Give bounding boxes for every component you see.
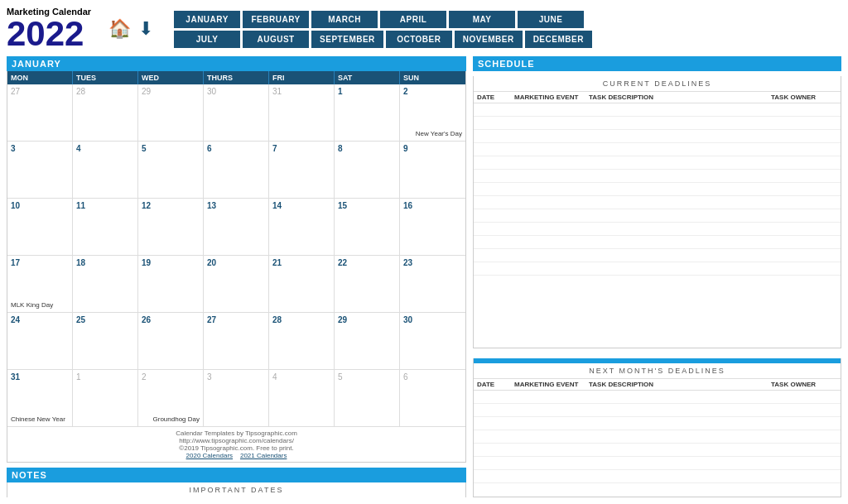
tab-november[interactable]: NOVEMBER bbox=[455, 31, 523, 48]
schedule-row bbox=[474, 483, 841, 497]
day-number: 4 bbox=[272, 372, 277, 382]
current-deadlines-subheader: CURRENT DEADLINES bbox=[474, 76, 841, 92]
header-left: Marketing Calendar 2022 bbox=[7, 7, 91, 51]
col-owner: TASK OWNER bbox=[771, 94, 837, 101]
schedule-header: SCHEDULE bbox=[473, 56, 841, 71]
day-number: 19 bbox=[142, 258, 151, 267]
day-number: 27 bbox=[11, 87, 20, 96]
tab-january[interactable]: JANUARY bbox=[174, 11, 240, 28]
schedule-row bbox=[474, 430, 841, 444]
schedule-row bbox=[474, 444, 841, 457]
header-icons: 🏠 ⬇ bbox=[108, 17, 157, 41]
schedule-row bbox=[474, 223, 841, 236]
day-number: 16 bbox=[403, 201, 412, 210]
tab-august[interactable]: AUGUST bbox=[243, 31, 309, 48]
day-number: 8 bbox=[338, 144, 343, 153]
calendar-footer: Calendar Templates by Tipsographic.com h… bbox=[7, 426, 465, 462]
cal-cell: 5 bbox=[138, 142, 204, 198]
cal-cell: 5 bbox=[335, 370, 400, 426]
cal-cell: 7 bbox=[269, 142, 335, 198]
cal-cell: 22 bbox=[335, 256, 400, 312]
day-number: 10 bbox=[11, 201, 20, 210]
calendar-week-6: 31Chinese New Year12Groundhog Day3456 bbox=[7, 370, 465, 426]
day-number: 7 bbox=[272, 144, 277, 153]
down-arrow-icon: ⬇ bbox=[138, 18, 153, 40]
cal-cell: 28 bbox=[269, 313, 335, 369]
next-col-event: MARKETING EVENT bbox=[514, 381, 589, 388]
cal-cell: 21 bbox=[269, 256, 335, 312]
tab-april[interactable]: APRIL bbox=[380, 11, 446, 28]
cal-cell: 2New Year's Day bbox=[400, 84, 465, 141]
day-number: 29 bbox=[338, 315, 347, 324]
cal-cell: 8 bbox=[335, 142, 400, 198]
next-deadlines-subheader: NEXT MONTH'S DEADLINES bbox=[474, 363, 841, 379]
tab-march[interactable]: MARCH bbox=[311, 11, 378, 28]
right-panel: SCHEDULE CURRENT DEADLINES DATE MARKETIN… bbox=[473, 56, 841, 497]
day-number: 27 bbox=[207, 315, 216, 324]
schedule-row bbox=[474, 236, 841, 249]
tab-june[interactable]: JUNE bbox=[518, 11, 584, 28]
schedule-row bbox=[474, 470, 841, 483]
day-number: 15 bbox=[338, 201, 347, 210]
cal-cell: 31 bbox=[269, 84, 335, 141]
tab-february[interactable]: FEBRUARY bbox=[243, 11, 309, 28]
cal-cell: 4 bbox=[269, 370, 335, 426]
next-col-date: DATE bbox=[477, 381, 514, 388]
day-number: 1 bbox=[76, 372, 81, 382]
tab-september[interactable]: SEPTEMBER bbox=[311, 31, 383, 48]
cal-cell: 11 bbox=[73, 199, 138, 255]
link-2021[interactable]: 2021 Calendars bbox=[240, 452, 287, 459]
day-number: 28 bbox=[272, 315, 282, 324]
tab-may[interactable]: MAY bbox=[449, 11, 515, 28]
calendar-grid: MON TUES WED THURS FRI SAT SUN 272829303… bbox=[7, 71, 466, 463]
tab-december[interactable]: DECEMBER bbox=[525, 31, 592, 48]
footer-copy: ©2019 Tipsographic.com. Free to print. bbox=[179, 444, 293, 452]
schedule-row bbox=[474, 417, 841, 430]
header-sun: SUN bbox=[400, 71, 465, 84]
day-number: 14 bbox=[272, 201, 282, 210]
day-number: 30 bbox=[207, 87, 216, 96]
schedule-row bbox=[474, 249, 841, 262]
schedule-row bbox=[474, 404, 841, 417]
schedule-row bbox=[474, 183, 841, 196]
current-deadlines-col-headers: DATE MARKETING EVENT TASK DESCRIPTION TA… bbox=[474, 92, 841, 103]
day-number: 6 bbox=[403, 372, 408, 382]
schedule-row bbox=[474, 209, 841, 223]
header-sat: SAT bbox=[335, 71, 400, 84]
next-col-owner: TASK OWNER bbox=[771, 381, 837, 388]
day-number: 2 bbox=[403, 87, 408, 96]
cal-cell: 28 bbox=[73, 84, 138, 141]
cal-cell: 26 bbox=[138, 313, 204, 369]
tab-july[interactable]: JULY bbox=[174, 31, 240, 48]
footer-url: http://www.tipsographic.com/calendars/ bbox=[179, 437, 294, 444]
tab-october[interactable]: OCTOBER bbox=[386, 31, 452, 48]
notes-sub-header: IMPORTANT DATES bbox=[7, 482, 465, 497]
calendar-week-1: 272829303112New Year's Day bbox=[7, 84, 465, 142]
notes-body: IMPORTANT DATES DATE COMMENTS bbox=[7, 482, 466, 497]
calendar-day-headers: MON TUES WED THURS FRI SAT SUN bbox=[7, 71, 465, 84]
day-number: 28 bbox=[76, 87, 85, 96]
cal-cell: 29 bbox=[335, 313, 400, 369]
link-2020[interactable]: 2020 Calendars bbox=[186, 452, 233, 459]
day-number: 3 bbox=[11, 144, 16, 153]
day-number: 18 bbox=[76, 258, 85, 267]
current-deadlines-section: CURRENT DEADLINES DATE MARKETING EVENT T… bbox=[473, 76, 841, 348]
cal-cell: 23 bbox=[400, 256, 465, 312]
cal-cell: 1 bbox=[73, 370, 138, 426]
cal-cell: 2Groundhog Day bbox=[138, 370, 204, 426]
schedule-row bbox=[474, 262, 841, 276]
schedule-row bbox=[474, 103, 841, 117]
event-label: New Year's Day bbox=[416, 130, 462, 137]
cal-cell: 30 bbox=[400, 313, 465, 369]
day-number: 24 bbox=[11, 315, 20, 324]
cal-cell: 16 bbox=[400, 199, 465, 255]
day-number: 31 bbox=[272, 87, 282, 96]
event-label: Chinese New Year bbox=[11, 415, 65, 423]
nav-row-2: JULY AUGUST SEPTEMBER OCTOBER NOVEMBER D… bbox=[174, 31, 841, 48]
day-number: 30 bbox=[403, 315, 412, 324]
home-button[interactable]: 🏠 bbox=[108, 17, 131, 41]
calendar-weeks: 272829303112New Year's Day34567891011121… bbox=[7, 84, 465, 426]
cal-cell: 14 bbox=[269, 199, 335, 255]
cal-cell: 20 bbox=[204, 256, 269, 312]
download-button[interactable]: ⬇ bbox=[134, 17, 157, 41]
